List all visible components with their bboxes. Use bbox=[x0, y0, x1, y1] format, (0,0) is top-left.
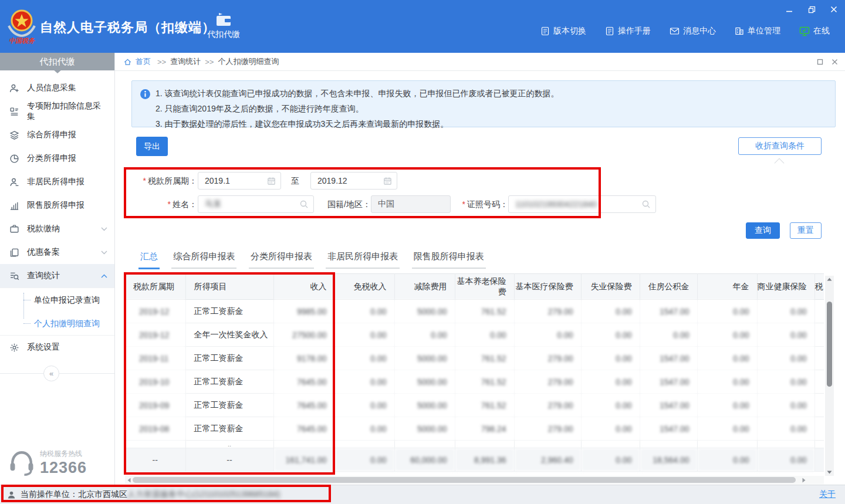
menu-online-status[interactable]: 在线 bbox=[799, 26, 830, 36]
breadcrumb-home[interactable]: 首页 bbox=[136, 56, 151, 67]
sidebar-item-tax-payment[interactable]: 税款缴纳 bbox=[0, 217, 114, 241]
person-icon bbox=[9, 177, 20, 187]
sidebar-item-special-deduction[interactable]: 专项附加扣除信息采集 bbox=[0, 100, 114, 123]
vertical-scrollbar[interactable] bbox=[825, 276, 834, 476]
close-panel-icon[interactable] bbox=[832, 59, 838, 65]
wallet-icon bbox=[9, 224, 20, 234]
menu-version-switch[interactable]: 版本切换 bbox=[540, 26, 586, 36]
sidebar-item-classified-income[interactable]: 分类所得申报 bbox=[0, 147, 114, 170]
export-button[interactable]: 导出 bbox=[136, 137, 168, 156]
scroll-up-arrow-icon[interactable] bbox=[825, 276, 834, 283]
notice-line: 1. 该查询统计表仅能查询已申报成功的数据，不包含未申报、申报失败，已申报但已作… bbox=[156, 87, 828, 100]
horizontal-scrollbar[interactable] bbox=[125, 476, 824, 484]
menu-unit-management[interactable]: 单位管理 bbox=[735, 26, 780, 36]
sidebar-item-label: 系统设置 bbox=[27, 342, 60, 353]
col-header: 年金 bbox=[697, 274, 757, 300]
reset-button[interactable]: 重置 bbox=[790, 222, 822, 239]
breadcrumb-level2: 个人扣缴明细查询 bbox=[218, 56, 279, 67]
sidebar-item-label: 专项附加扣除信息采集 bbox=[27, 101, 107, 122]
minimize-icon[interactable] bbox=[783, 4, 796, 15]
notice-box: 1. 该查询统计表仅能查询已申报成功的数据，不包含未申报、申报失败，已申报但已作… bbox=[131, 80, 836, 127]
current-unit-label: 当前操作单位： bbox=[21, 489, 78, 500]
sidebar-submenu-query: 单位申报记录查询 个人扣缴明细查询 bbox=[0, 287, 114, 336]
scroll-right-arrow-icon[interactable] bbox=[800, 476, 807, 484]
header-menu: 版本切换 操作手册 消息中心 bbox=[540, 26, 830, 36]
user-icon bbox=[7, 491, 16, 499]
tab-comprehensive-income[interactable]: 综合所得申报表 bbox=[171, 248, 236, 269]
table-row-clipped: .. bbox=[125, 441, 824, 448]
sidebar-panel-title: 代扣代缴 bbox=[0, 53, 114, 70]
close-icon[interactable] bbox=[827, 4, 840, 15]
sidebar-subitem-unit-declaration-query[interactable]: 单位申报记录查询 bbox=[0, 288, 114, 312]
restore-icon[interactable] bbox=[805, 4, 818, 15]
menu-message-center[interactable]: 消息中心 bbox=[670, 26, 716, 36]
sidebar-collapse-button[interactable]: « bbox=[43, 366, 59, 381]
calendar-icon[interactable] bbox=[383, 177, 392, 185]
doc-icon bbox=[605, 26, 614, 36]
sidebar-item-label: 税款缴纳 bbox=[27, 224, 60, 234]
col-header: 基本医疗保险费 bbox=[514, 274, 581, 300]
horizontal-scrollbar-thumb[interactable] bbox=[133, 477, 796, 483]
vertical-scrollbar-thumb[interactable] bbox=[827, 302, 832, 387]
tab-classified-income[interactable]: 分类所得申报表 bbox=[249, 248, 314, 269]
tab-summary[interactable]: 汇总 bbox=[138, 248, 160, 269]
hotline-number: 12366 bbox=[40, 459, 87, 476]
sidebar-collapse-row: « bbox=[0, 365, 114, 383]
search-button[interactable]: 查询 bbox=[746, 222, 780, 239]
scroll-left-arrow-icon[interactable] bbox=[125, 476, 133, 484]
nationality-label: 国籍/地区： bbox=[322, 195, 371, 213]
gear-icon bbox=[9, 342, 20, 353]
building-icon bbox=[735, 26, 744, 36]
breadcrumb-level1: 查询统计 bbox=[170, 56, 201, 67]
form-list-icon bbox=[9, 106, 20, 117]
col-header: 住房公积金 bbox=[640, 274, 697, 300]
col-header: 所得项目 bbox=[185, 274, 273, 300]
sidebar-item-label: 分类所得申报 bbox=[27, 153, 76, 164]
period-end-value: 2019.12 bbox=[317, 176, 383, 185]
table-totals-row: ----161,741.000.0060,000.008,991.362,960… bbox=[125, 448, 824, 472]
layers-icon bbox=[9, 130, 20, 140]
main-content: 1. 该查询统计表仅能查询已申报成功的数据，不包含未申报、申报失败，已申报但已作… bbox=[115, 71, 845, 485]
sidebar-item-system-settings[interactable]: 系统设置 bbox=[0, 336, 114, 359]
required-asterisk: * bbox=[462, 199, 465, 209]
period-to-label: 至 bbox=[289, 172, 301, 190]
sidebar-item-comprehensive-income[interactable]: 综合所得申报 bbox=[0, 123, 114, 147]
period-start-value: 2019.1 bbox=[205, 176, 267, 185]
period-start-input[interactable]: 2019.1 bbox=[198, 172, 281, 190]
sidebar-item-query-statistics[interactable]: 查询统计 bbox=[0, 264, 114, 287]
person-add-icon bbox=[9, 83, 20, 93]
sidebar-item-nonresident-income[interactable]: 非居民所得申报 bbox=[0, 170, 114, 194]
hotline-headset-logo bbox=[8, 448, 35, 478]
sidebar-item-preferential-filing[interactable]: 优惠备案 bbox=[0, 241, 114, 264]
scroll-down-arrow-icon[interactable] bbox=[825, 469, 834, 476]
svg-text:中国税务: 中国税务 bbox=[9, 37, 35, 44]
col-header: 税款所属期 bbox=[125, 274, 185, 300]
menu-manual[interactable]: 操作手册 bbox=[605, 26, 651, 36]
id-number-input[interactable]: 110102199304221840 bbox=[508, 195, 656, 213]
hotline-label: 纳税服务热线 bbox=[40, 449, 87, 459]
sidebar-item-personnel-info[interactable]: 人员信息采集 bbox=[0, 76, 114, 100]
calendar-icon[interactable] bbox=[267, 177, 276, 185]
tab-restricted-shares[interactable]: 限售股所得申报表 bbox=[412, 248, 486, 269]
menu-label: 单位管理 bbox=[748, 26, 780, 36]
notice-line: 3. 由于数据处理的滞后性，建议您在申报成功3天之后再来查询最新的申报数据。 bbox=[156, 117, 828, 130]
search-icon[interactable] bbox=[299, 199, 309, 209]
id-number-label: *证照号码： bbox=[457, 195, 508, 213]
maximize-panel-icon[interactable] bbox=[817, 59, 823, 65]
name-input[interactable]: 马某 bbox=[198, 195, 314, 213]
home-icon[interactable] bbox=[123, 57, 132, 66]
table-row: 2019-10正常工资薪金7645.000.005000.00761.52279… bbox=[125, 370, 824, 394]
window-controls bbox=[783, 4, 840, 15]
period-end-input[interactable]: 2019.12 bbox=[310, 172, 397, 190]
fold-query-conditions-button[interactable]: 收折查询条件 bbox=[738, 137, 822, 155]
search-icon[interactable] bbox=[641, 199, 651, 209]
notice-line: 2. 只能查询2019年及之后的数据，不能进行跨年度查询。 bbox=[156, 102, 828, 115]
top-nav-tab-daikoudaijiao[interactable]: 代扣代缴 bbox=[204, 12, 243, 40]
menu-label: 版本切换 bbox=[553, 26, 586, 36]
sidebar-item-restricted-shares[interactable]: 限售股所得申报 bbox=[0, 194, 114, 217]
col-header: 失业保险费 bbox=[581, 274, 640, 300]
col-header: 基本养老保险费 bbox=[455, 274, 514, 300]
tab-nonresident-income[interactable]: 非居民所得申报表 bbox=[326, 248, 400, 269]
about-link[interactable]: 关于 bbox=[819, 489, 836, 500]
sidebar-subitem-personal-withholding-query[interactable]: 个人扣缴明细查询 bbox=[0, 312, 114, 335]
